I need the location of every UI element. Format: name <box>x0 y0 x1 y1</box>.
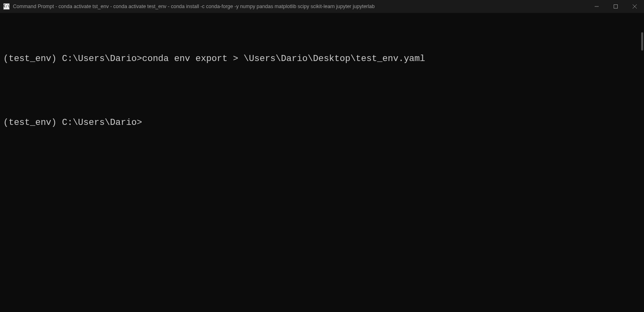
window-controls <box>587 0 644 13</box>
scrollbar-thumb[interactable] <box>641 32 643 51</box>
maximize-button[interactable] <box>606 0 625 13</box>
close-icon <box>633 4 637 8</box>
cmd-app-icon: C:\ <box>3 3 10 10</box>
window-title: Command Prompt - conda activate tst_env … <box>13 4 375 9</box>
terminal-line <box>3 86 641 96</box>
titlebar-left: C:\ Command Prompt - conda activate tst_… <box>0 3 587 10</box>
terminal-content: (test_env) C:\Users\Dario>conda env expo… <box>0 13 644 153</box>
terminal-area[interactable]: (test_env) C:\Users\Dario>conda env expo… <box>0 13 644 312</box>
cmd-icon-glyph: C:\ <box>4 5 9 8</box>
terminal-line: (test_env) C:\Users\Dario> <box>3 118 641 128</box>
maximize-icon <box>614 4 618 8</box>
minimize-icon <box>595 4 599 8</box>
terminal-line: (test_env) C:\Users\Dario>conda env expo… <box>3 54 641 64</box>
scrollbar-track[interactable] <box>638 13 644 312</box>
minimize-button[interactable] <box>587 0 606 13</box>
svg-rect-1 <box>614 5 617 8</box>
close-button[interactable] <box>625 0 644 13</box>
window-titlebar: C:\ Command Prompt - conda activate tst_… <box>0 0 644 13</box>
